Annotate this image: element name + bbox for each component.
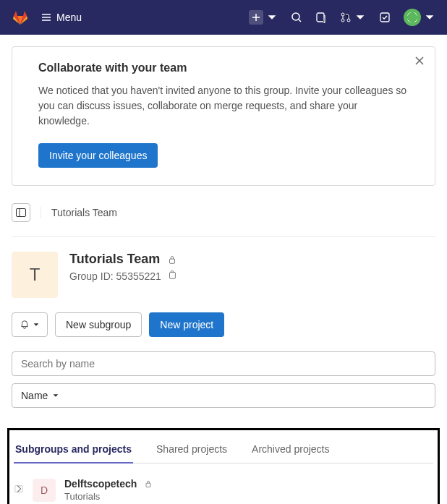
menu-label: Menu	[56, 12, 82, 23]
bell-icon	[20, 320, 30, 330]
svg-rect-7	[170, 259, 175, 263]
new-dropdown[interactable]	[249, 10, 278, 25]
plus-icon	[249, 10, 263, 25]
chevron-down-icon	[354, 12, 366, 23]
menu-button[interactable]: Menu	[41, 12, 82, 23]
invite-card: Collaborate with your team We noticed th…	[12, 46, 435, 186]
invite-colleagues-button[interactable]: Invite your colleagues	[38, 143, 158, 168]
merge-requests-dropdown[interactable]	[340, 12, 366, 23]
chevron-down-icon	[52, 392, 59, 399]
close-button[interactable]	[414, 56, 425, 68]
tab-shared[interactable]: Shared projects	[155, 436, 229, 463]
todos-icon[interactable]	[379, 12, 391, 23]
chevron-right-icon	[14, 484, 24, 494]
breadcrumb[interactable]: Tutorials Team	[41, 207, 117, 218]
user-avatar-icon	[404, 9, 421, 26]
svg-point-4	[347, 19, 350, 22]
page-content: Collaborate with your team We noticed th…	[0, 35, 447, 504]
new-subgroup-button[interactable]: New subgroup	[55, 312, 142, 337]
topbar-actions	[249, 9, 435, 26]
tabs: Subgroups and projects Shared projects A…	[14, 436, 433, 464]
chevron-down-icon	[424, 12, 435, 23]
project-subtitle: Tutorials	[64, 491, 153, 502]
sort-label: Name	[21, 390, 48, 401]
svg-rect-6	[17, 209, 26, 217]
group-header: T Tutorials Team Group ID: 55355221	[12, 252, 435, 298]
project-row[interactable]: D Delftscopetech Tutorials	[14, 474, 433, 504]
search-icon[interactable]	[291, 12, 302, 23]
invite-card-body: We noticed that you haven't invited anyo…	[38, 83, 409, 129]
issues-icon[interactable]	[315, 12, 327, 23]
group-id: Group ID: 55355221	[69, 270, 161, 282]
group-avatar: T	[12, 252, 58, 298]
svg-point-0	[292, 13, 299, 20]
svg-point-3	[341, 19, 344, 22]
lock-icon	[167, 255, 177, 267]
tab-archived[interactable]: Archived projects	[250, 436, 331, 463]
tab-subgroups[interactable]: Subgroups and projects	[14, 436, 133, 464]
highlighted-region: Subgroups and projects Shared projects A…	[7, 428, 440, 504]
group-info: Tutorials Team Group ID: 55355221	[69, 252, 177, 282]
search-input[interactable]	[12, 351, 435, 376]
project-name[interactable]: Delftscopetech	[64, 478, 137, 490]
group-name: Tutorials Team	[69, 252, 160, 267]
sort-dropdown[interactable]: Name	[12, 383, 435, 408]
actions-row: New subgroup New project	[12, 312, 435, 337]
notification-dropdown[interactable]	[12, 312, 48, 337]
copy-id-button[interactable]	[167, 270, 177, 282]
sidebar-icon	[15, 207, 27, 218]
project-avatar: D	[33, 479, 56, 502]
merge-icon	[340, 12, 352, 23]
lock-icon	[144, 479, 153, 490]
gitlab-logo-icon[interactable]	[12, 9, 29, 26]
sidebar-toggle-button[interactable]	[12, 203, 30, 222]
svg-rect-1	[317, 13, 324, 22]
expand-icon[interactable]	[14, 484, 24, 496]
breadcrumb-row: Tutorials Team	[12, 203, 435, 237]
svg-point-2	[341, 13, 344, 16]
chevron-down-icon	[266, 12, 278, 23]
close-icon	[414, 56, 425, 66]
user-menu[interactable]	[404, 9, 435, 26]
svg-rect-8	[169, 273, 175, 279]
chevron-down-icon	[33, 321, 40, 328]
copy-icon	[167, 270, 177, 280]
invite-card-title: Collaborate with your team	[38, 61, 409, 74]
new-project-button[interactable]: New project	[149, 312, 224, 337]
topbar: Menu	[0, 0, 447, 35]
project-text: Delftscopetech Tutorials	[64, 478, 153, 502]
svg-rect-10	[146, 484, 150, 487]
hamburger-icon	[41, 12, 52, 23]
